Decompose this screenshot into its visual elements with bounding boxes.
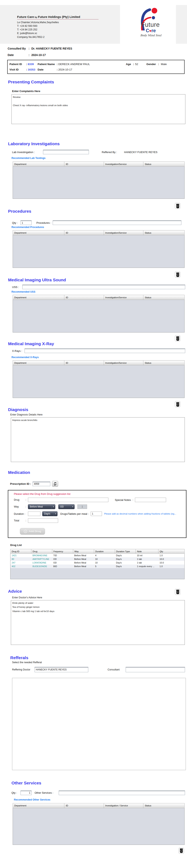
duration-type-select[interactable]: Day/s ▼ — [42, 512, 58, 516]
empty-row — [13, 808, 185, 845]
xray-input[interactable] — [25, 349, 185, 353]
drug-note: 1 tab — [136, 561, 158, 564]
recommended-other-services-link[interactable]: Recommended Other Services — [14, 798, 187, 801]
uss-delete-button[interactable] — [175, 335, 180, 341]
procedures-qty-input[interactable] — [21, 220, 32, 225]
lab-delete-row — [0, 203, 187, 209]
col-investigation-service: Investigation/Service — [104, 162, 143, 166]
consulted-by-row: Consulted By : Dr. HANECKY FUENTE REYES — [8, 47, 187, 50]
referral-list-box[interactable] — [12, 678, 186, 770]
drug-row-3[interactable]: 247 LORATADINE OD Before Meal 10 Day/s 1… — [10, 561, 185, 564]
drug-name[interactable]: LORATADINE — [31, 561, 52, 564]
other-services-input[interactable] — [59, 790, 185, 795]
trash-icon — [179, 848, 183, 853]
col-investigation-service: Investigation/Service — [104, 230, 143, 235]
col-department: Department — [13, 361, 64, 365]
drug-qty: 1.0 — [158, 564, 185, 568]
drug-id[interactable]: 402 — [10, 564, 31, 568]
lab-investigation-input[interactable] — [43, 150, 89, 154]
company-name: Future Care by Future Holdings (Pty) Lim… — [17, 15, 99, 20]
xray-table: Department ID Investigation/Service Stat… — [13, 360, 185, 398]
col-department: Department — [13, 803, 64, 808]
other-services-qty-label: Qty : — [11, 791, 21, 794]
uss-label: USS : — [12, 286, 22, 288]
drug-way: Before Meal — [73, 554, 94, 557]
recommended-xrays-link[interactable]: Recommended X-Rays — [11, 356, 187, 359]
col-investigation-service: Investigation/Service — [104, 361, 143, 365]
drug-name[interactable]: BUDESONIDE — [31, 564, 52, 568]
xray-delete-button[interactable] — [175, 401, 180, 407]
total-input[interactable] — [28, 518, 58, 523]
meal-time-select[interactable]: Before Meal ▼ — [28, 504, 55, 509]
duration-label: Duration : — [14, 512, 28, 515]
prescription-id-input[interactable] — [33, 482, 50, 486]
referring-doctor-input[interactable] — [35, 667, 88, 672]
referrals-label: Select the needed Refferal — [12, 661, 187, 664]
frequency-select-value: OD — [60, 505, 64, 508]
colon: : — [26, 68, 28, 71]
visit-id-label: Visit ID — [9, 68, 26, 71]
drug-id[interactable]: 247 — [10, 561, 31, 564]
trash-icon — [176, 336, 180, 341]
referring-doctor-label: Reffering Doctor — [12, 668, 35, 671]
procedures-delete-button[interactable] — [175, 272, 180, 278]
drug-id[interactable]: 80 — [10, 557, 31, 561]
drug-way: Before Meal — [73, 564, 94, 568]
xray-delete-row — [0, 401, 187, 407]
refresh-prescription-button[interactable] — [52, 481, 58, 487]
col-status: Status — [143, 803, 185, 808]
company-logo: Future C♥re Body Mind Soul — [120, 5, 176, 44]
other-services-title: Other Services — [11, 781, 187, 785]
special-notes-input[interactable] — [135, 498, 166, 502]
plus-icon: + — [24, 530, 27, 533]
trash-icon — [176, 589, 180, 594]
drug-row-4[interactable]: 402 BUDESONIDE BID Before Meal 5 Day/s 1… — [10, 564, 185, 568]
uss-input[interactable] — [22, 285, 185, 289]
frequency-select[interactable]: OD ▼ — [58, 504, 75, 509]
other-services-delete-button[interactable] — [179, 848, 184, 854]
drug-list-table: Drug ID Drug Fequency Way Duration Durat… — [10, 549, 185, 579]
recommended-uss-link[interactable]: Recommended USS — [11, 290, 187, 293]
per-meal-label: Drugs/Tablets per meal : — [60, 512, 89, 515]
duration-type-select-value: Day/s — [44, 512, 50, 515]
uss-input-row: USS : — [12, 285, 187, 289]
drug-duration-type: Day/s — [115, 554, 136, 557]
drug-id[interactable]: 1421 — [10, 554, 31, 557]
duration-input[interactable] — [28, 512, 40, 516]
referrals-title: Refferals — [10, 655, 187, 660]
col-department: Department — [13, 162, 64, 166]
drug-frequency: OD — [52, 557, 73, 561]
company-name-by: by — [35, 16, 37, 18]
col-department: Department — [13, 295, 64, 300]
procedures-title: Procedures — [8, 209, 187, 214]
duration-row: Duration : Day/s ▼ Drugs/Tablets per mea… — [14, 512, 186, 516]
procedures-input[interactable] — [53, 220, 181, 225]
special-notes-label: Special Notes — [115, 498, 133, 501]
drug-row-1[interactable]: 1421 BROMHEXINE TID Before Meal 4 Day/s … — [10, 554, 185, 557]
drug-input[interactable] — [28, 498, 108, 502]
advice-textarea[interactable]: Drink plenty of water Tea of honey ginge… — [11, 600, 185, 645]
per-meal-input[interactable] — [91, 512, 102, 516]
complaints-textarea[interactable]: Review Chest X ray- inflammatory lesions… — [11, 94, 185, 124]
other-services-qty-input[interactable] — [21, 790, 32, 795]
empty-row — [13, 166, 185, 199]
drug-name[interactable]: AMITRIPTYLINE — [31, 557, 52, 561]
empty-table-body — [10, 568, 185, 579]
company-header: Future Care by Future Holdings (Pty) Lim… — [0, 5, 187, 44]
advice-title: Advice — [8, 589, 22, 594]
diagnosis-textarea[interactable]: Impress acute bronchitis — [11, 417, 185, 462]
procedures-delete-row — [0, 272, 187, 278]
drug-duration: 10 — [94, 557, 115, 561]
add-drug-button[interactable]: + Add Drug — [20, 528, 45, 535]
medication-delete-button[interactable] — [175, 589, 180, 595]
drug-name[interactable]: BROMHEXINE — [31, 554, 52, 557]
lab-delete-button[interactable] — [175, 203, 180, 209]
add-drug-label: Add Drug — [29, 530, 41, 533]
table-header-row: Department ID Investigation/Service Stat… — [13, 230, 185, 235]
medication-title: Medication — [8, 470, 187, 475]
recommended-lab-testings-link[interactable]: Recommended Lab Testings — [11, 157, 187, 159]
recommended-procedures-link[interactable]: Recommended Procedures — [11, 226, 187, 228]
age-value: 52 — [135, 63, 146, 66]
drug-row-2[interactable]: 80 AMITRIPTYLINE OD Before Meal 10 Day/s… — [10, 557, 185, 561]
consultant-input[interactable] — [126, 667, 185, 672]
